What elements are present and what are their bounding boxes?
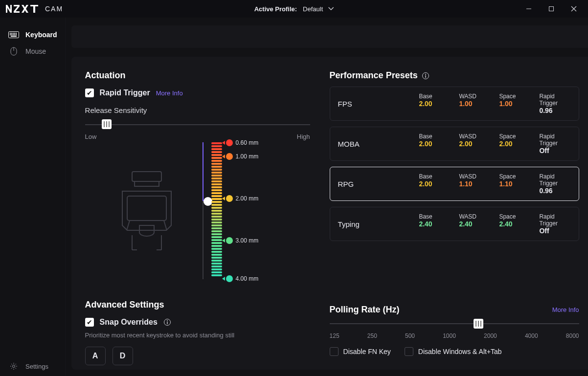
metric-label: Base — [419, 213, 448, 220]
sidebar-item-mouse[interactable]: Mouse — [0, 43, 65, 60]
svg-rect-21 — [167, 322, 167, 324]
polling-rate-slider[interactable] — [330, 319, 579, 329]
rapid-trigger-more-info[interactable]: More Info — [156, 89, 183, 97]
info-icon[interactable] — [422, 72, 430, 80]
metric-label: WASD — [459, 173, 488, 180]
metric-label: Base — [419, 173, 448, 180]
snap-overrides-label: Snap Overrides — [100, 318, 158, 327]
maximize-button[interactable] — [540, 0, 563, 18]
metric-value: 0.96 — [539, 187, 570, 195]
key-chip-d[interactable]: D — [113, 347, 133, 365]
section-title: Actuation — [85, 70, 310, 81]
metric-label: Base — [419, 133, 448, 140]
toggle-label: Disable Windows & Alt+Tab — [418, 348, 502, 355]
preset-name: MOBA — [338, 140, 419, 148]
svg-rect-1 — [549, 7, 554, 11]
disable-fn-toggle[interactable]: Disable FN Key — [330, 347, 391, 356]
rapid-trigger-checkbox[interactable]: ✔ — [85, 88, 94, 97]
metric-value: 1.00 — [459, 100, 488, 108]
svg-rect-13 — [11, 36, 17, 37]
chevron-down-icon — [328, 6, 334, 12]
titlebar: CAM Active Profile: Default — [0, 0, 588, 18]
metric-value: Off — [539, 227, 570, 235]
preset-name: RPG — [338, 180, 419, 188]
svg-rect-12 — [16, 34, 17, 35]
metric-value: 2.00 — [499, 140, 528, 148]
svg-rect-9 — [11, 34, 12, 35]
nzxt-logo — [6, 5, 41, 13]
keyboard-icon — [8, 31, 20, 39]
close-button[interactable] — [563, 0, 585, 18]
svg-point-23 — [425, 74, 426, 75]
svg-rect-3 — [10, 33, 11, 34]
metric-label: Rapid Trigger — [539, 133, 570, 147]
content: Actuation ✔ Rapid Trigger More Info Rele… — [66, 18, 588, 376]
mouse-icon — [8, 47, 20, 55]
minimize-button[interactable] — [518, 0, 540, 18]
sidebar-item-settings[interactable]: Settings — [0, 356, 65, 376]
polling-more-info[interactable]: More Info — [552, 306, 579, 313]
release-sensitivity-label: Release Sensitivity — [85, 106, 310, 114]
metric-label: WASD — [459, 93, 488, 100]
metric-label: WASD — [459, 133, 488, 140]
active-profile[interactable]: Active Profile: Default — [254, 0, 334, 18]
actuation-panel: Actuation ✔ Rapid Trigger More Info Rele… — [71, 57, 588, 370]
metric-value: 1.10 — [459, 180, 488, 188]
preset-rpg[interactable]: RPGBase2.00WASD1.10Space1.10Rapid Trigge… — [330, 167, 579, 201]
profile-value: Default — [303, 5, 323, 13]
switch-diagram — [113, 167, 181, 260]
metric-value: 1.00 — [499, 100, 528, 108]
metric-value: 2.00 — [459, 140, 488, 148]
depth-mark: 3.00 mm — [236, 237, 259, 244]
sidebar-item-keyboard[interactable]: Keyboard — [0, 26, 65, 43]
svg-rect-10 — [13, 34, 14, 35]
disable-win-alt-tab-toggle[interactable]: Disable Windows & Alt+Tab — [405, 347, 502, 356]
sidebar-item-label: Mouse — [25, 47, 46, 55]
checkbox[interactable] — [405, 347, 413, 356]
top-strip — [71, 25, 588, 48]
preset-fps[interactable]: FPSBase2.00WASD1.00Space1.00Rapid Trigge… — [330, 87, 579, 121]
snap-overrides-checkbox[interactable]: ✔ — [85, 318, 94, 327]
metric-label: Space — [499, 93, 528, 100]
metric-label: Rapid Trigger — [539, 93, 570, 107]
svg-rect-24 — [425, 75, 426, 78]
poll-tick: 500 — [405, 332, 415, 339]
metric-label: Space — [499, 213, 528, 220]
metric-label: Rapid Trigger — [539, 213, 570, 227]
window-controls — [518, 0, 585, 18]
svg-rect-5 — [13, 33, 14, 34]
preset-typing[interactable]: TypingBase2.40WASD2.40Space2.40Rapid Tri… — [330, 207, 579, 241]
app-brand: CAM — [6, 5, 63, 13]
metric-label: Base — [419, 93, 448, 100]
metric-label: Rapid Trigger — [539, 173, 570, 187]
metric-value: 2.00 — [419, 140, 448, 148]
preset-moba[interactable]: MOBABase2.00WASD2.00Space2.00Rapid Trigg… — [330, 127, 579, 161]
app-subtitle: CAM — [45, 5, 63, 13]
svg-rect-11 — [14, 34, 15, 35]
actuation-depth-slider[interactable] — [203, 142, 204, 279]
toggle-label: Disable FN Key — [343, 348, 391, 355]
metric-value: 1.10 — [499, 180, 528, 188]
poll-tick: 4000 — [525, 332, 538, 339]
info-icon[interactable] — [163, 318, 171, 326]
metric-value: 0.96 — [539, 107, 570, 114]
snap-overrides-hint: Prioritize most recent keystroke to avoi… — [85, 332, 310, 339]
metric-value: 2.40 — [459, 220, 488, 228]
gear-icon — [8, 362, 20, 370]
poll-tick: 1000 — [443, 332, 456, 339]
rapid-trigger-label: Rapid Trigger — [100, 88, 150, 97]
preset-name: Typing — [338, 220, 419, 228]
release-sensitivity-slider[interactable] — [85, 119, 310, 130]
poll-tick: 125 — [330, 332, 339, 339]
active-profile-label: Active Profile: — [254, 5, 297, 13]
svg-rect-0 — [526, 9, 531, 9]
preset-name: FPS — [338, 100, 419, 108]
profile-selected[interactable]: Default — [303, 5, 334, 13]
checkbox[interactable] — [330, 347, 339, 356]
actuation-depth-gauge: 0.60 mm 1.00 mm 2.00 mm 3.00 mm 4.00 mm — [198, 142, 320, 289]
svg-rect-17 — [132, 172, 161, 181]
sidebar-item-label: Keyboard — [25, 31, 57, 39]
metric-value: 2.40 — [499, 220, 528, 228]
poll-tick: 8000 — [566, 332, 579, 339]
key-chip-a[interactable]: A — [85, 347, 106, 365]
